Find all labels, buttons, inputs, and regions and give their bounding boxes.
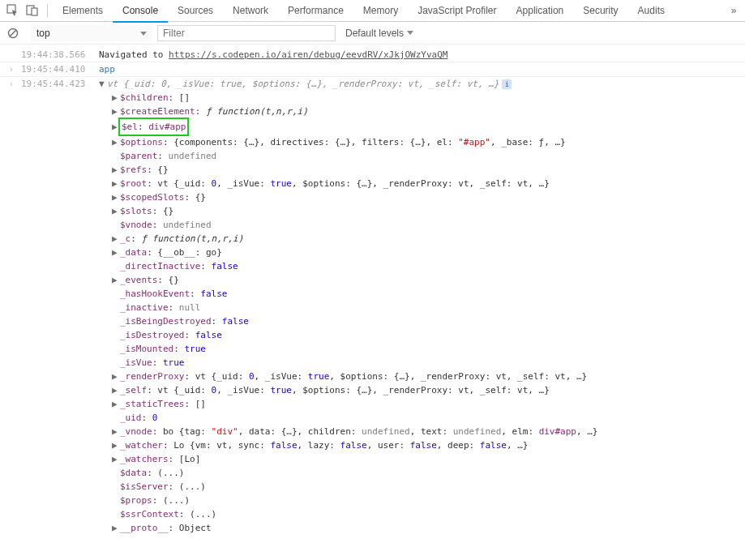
tab-js-profiler[interactable]: JavaScript Profiler <box>408 0 506 21</box>
tab-performance[interactable]: Performance <box>278 0 353 21</box>
object-property[interactable]: $parent: undefined <box>99 149 742 163</box>
disclosure-triangle-icon[interactable]: ▶ <box>112 397 120 411</box>
context-label: top <box>36 28 50 39</box>
device-toggle-icon[interactable] <box>23 1 42 20</box>
disclosure-triangle-icon[interactable] <box>112 466 120 480</box>
console-toolbar: top Default levels <box>0 22 745 45</box>
object-property[interactable]: ▶$children: [] <box>99 91 742 105</box>
disclosure-triangle-icon[interactable]: ▼ <box>99 77 107 91</box>
disclosure-triangle-icon[interactable]: ▶ <box>112 246 120 259</box>
disclosure-triangle-icon[interactable] <box>112 149 120 163</box>
disclosure-triangle-icon[interactable]: ▶ <box>112 273 120 287</box>
object-property[interactable]: $data: (...) <box>99 466 742 480</box>
object-property[interactable]: _isVue: true <box>99 356 742 370</box>
disclosure-triangle-icon[interactable]: ▶ <box>112 232 120 246</box>
object-property[interactable]: _isMounted: true <box>99 342 742 356</box>
object-property[interactable]: ▶_c: ƒ function(t,n,r,i) <box>99 232 742 246</box>
chevron-down-icon <box>407 31 413 35</box>
disclosure-triangle-icon[interactable]: ▶ <box>112 190 120 204</box>
disclosure-triangle-icon[interactable] <box>112 218 120 232</box>
object-property[interactable]: _isBeingDestroyed: false <box>99 314 742 328</box>
object-header[interactable]: ▼vt {_uid: 0, _isVue: true, $options: {…… <box>99 77 742 91</box>
tab-network[interactable]: Network <box>223 0 278 21</box>
tab-audits[interactable]: Audits <box>628 0 674 21</box>
timestamp: 19:45:44.423 <box>19 77 99 91</box>
object-property[interactable]: _directInactive: false <box>99 259 742 273</box>
object-property[interactable]: _hasHookEvent: false <box>99 287 742 301</box>
object-property[interactable]: ▶_data: {__ob__: go} <box>99 246 742 259</box>
devtools-toolbar: Elements Console Sources Network Perform… <box>0 0 745 22</box>
object-property[interactable]: ▶_vnode: bo {tag: "div", data: {…}, chil… <box>99 425 742 438</box>
context-selector[interactable]: top <box>31 25 152 41</box>
object-property[interactable]: $isServer: (...) <box>99 480 742 494</box>
object-property[interactable]: ▶$createElement: ƒ function(t,n,r,i) <box>99 105 742 118</box>
object-property[interactable]: ▶_renderProxy: vt {_uid: 0, _isVue: true… <box>99 370 742 383</box>
object-property[interactable]: $ssrContext: (...) <box>99 507 742 521</box>
object-property[interactable]: ▶$options: {components: {…}, directives:… <box>99 135 742 149</box>
disclosure-triangle-icon[interactable] <box>112 314 120 328</box>
disclosure-triangle-icon[interactable] <box>112 342 120 356</box>
disclosure-triangle-icon[interactable]: ▶ <box>112 425 120 438</box>
console-output: 19:44:38.566 Navigated to https://s.code… <box>0 45 745 538</box>
disclosure-triangle-icon[interactable]: ▶ <box>112 91 120 105</box>
timestamp: 19:44:38.566 <box>19 48 99 62</box>
disclosure-triangle-icon[interactable]: ▶ <box>112 521 120 535</box>
svg-rect-2 <box>32 8 37 15</box>
disclosure-triangle-icon[interactable] <box>112 328 120 342</box>
inspect-icon[interactable] <box>3 1 23 20</box>
object-tree[interactable]: ▼vt {_uid: 0, _isVue: true, $options: {…… <box>99 77 742 535</box>
object-property[interactable]: ▶_watchers: [Lo] <box>99 452 742 466</box>
tab-security[interactable]: Security <box>573 0 627 21</box>
disclosure-triangle-icon[interactable] <box>112 507 120 521</box>
object-property[interactable]: ▶_events: {} <box>99 273 742 287</box>
more-tabs-icon[interactable]: » <box>726 5 742 16</box>
tab-sources[interactable]: Sources <box>168 0 223 21</box>
object-property[interactable]: _uid: 0 <box>99 411 742 425</box>
disclosure-triangle-icon[interactable]: ▶ <box>112 204 120 218</box>
disclosure-triangle-icon[interactable] <box>112 480 120 494</box>
object-property[interactable]: ▶__proto__: Object <box>99 521 742 535</box>
disclosure-triangle-icon[interactable]: ▶ <box>112 135 120 149</box>
object-property[interactable]: $props: (...) <box>99 494 742 507</box>
timestamp: 19:45:44.410 <box>19 62 99 76</box>
log-row-navigation: 19:44:38.566 Navigated to https://s.code… <box>0 48 745 62</box>
tab-elements[interactable]: Elements <box>53 0 113 21</box>
object-property[interactable]: _isDestroyed: false <box>99 328 742 342</box>
disclosure-triangle-icon[interactable]: ▶ <box>112 438 120 452</box>
object-property[interactable]: ▶$root: vt {_uid: 0, _isVue: true, $opti… <box>99 177 742 190</box>
info-icon[interactable]: i <box>502 79 512 89</box>
object-property[interactable]: _inactive: null <box>99 301 742 314</box>
disclosure-triangle-icon[interactable] <box>112 287 120 301</box>
disclosure-triangle-icon[interactable]: ▶ <box>112 105 120 118</box>
object-property[interactable]: ▶_self: vt {_uid: 0, _isVue: true, $opti… <box>99 383 742 397</box>
disclosure-triangle-icon[interactable] <box>112 301 120 314</box>
disclosure-triangle-icon[interactable] <box>112 411 120 425</box>
nav-url-link[interactable]: https://s.codepen.io/airen/debug/eevdRV/… <box>169 49 447 60</box>
svg-line-4 <box>10 30 16 36</box>
disclosure-triangle-icon[interactable]: ▶ <box>112 370 120 383</box>
disclosure-triangle-icon[interactable]: ▶ <box>112 383 120 397</box>
object-property[interactable]: ▶_watcher: Lo {vm: vt, sync: false, lazy… <box>99 438 742 452</box>
tab-memory[interactable]: Memory <box>353 0 408 21</box>
object-property[interactable]: ▶$el: div#app <box>99 118 742 135</box>
log-levels-selector[interactable]: Default levels <box>340 28 418 39</box>
disclosure-triangle-icon[interactable]: ▶ <box>112 163 120 177</box>
disclosure-triangle-icon[interactable]: ▶ <box>112 177 120 190</box>
object-property[interactable]: ▶$scopedSlots: {} <box>99 190 742 204</box>
object-property[interactable]: ▶_staticTrees: [] <box>99 397 742 411</box>
log-message: Navigated to https://s.codepen.io/airen/… <box>99 48 742 62</box>
object-property[interactable]: ▶$slots: {} <box>99 204 742 218</box>
object-property[interactable]: ▶$refs: {} <box>99 163 742 177</box>
disclosure-triangle-icon[interactable]: ▶ <box>112 452 120 466</box>
disclosure-triangle-icon[interactable] <box>112 356 120 370</box>
chevron-down-icon <box>140 32 147 36</box>
log-row-input: › 19:45:44.410 app <box>0 62 745 77</box>
log-row-output: ‹ 19:45:44.423 ▼vt {_uid: 0, _isVue: tru… <box>0 77 745 535</box>
filter-input[interactable] <box>157 25 336 41</box>
disclosure-triangle-icon[interactable] <box>112 494 120 507</box>
clear-console-icon[interactable] <box>5 25 21 41</box>
disclosure-triangle-icon[interactable] <box>112 259 120 273</box>
object-property[interactable]: $vnode: undefined <box>99 218 742 232</box>
tab-application[interactable]: Application <box>507 0 574 21</box>
tab-console[interactable]: Console <box>113 0 168 21</box>
